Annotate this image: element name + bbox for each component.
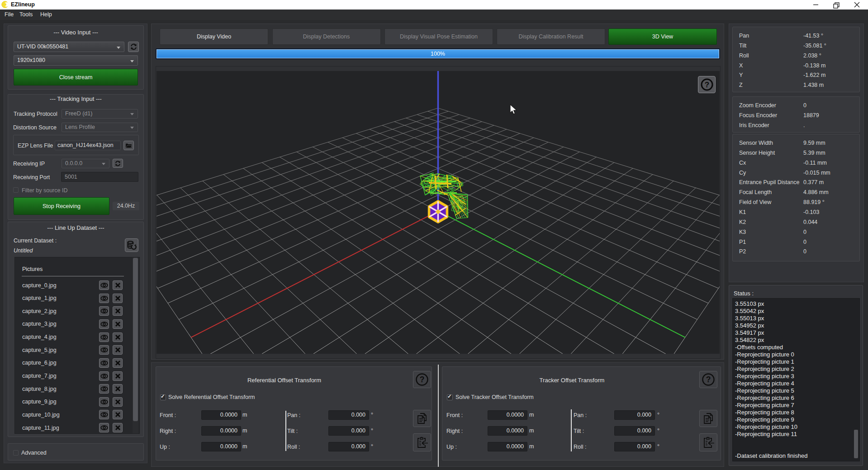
svg-text:?: ?	[706, 375, 711, 384]
svg-text:?: ?	[420, 375, 425, 384]
svg-text:?: ?	[704, 81, 709, 89]
